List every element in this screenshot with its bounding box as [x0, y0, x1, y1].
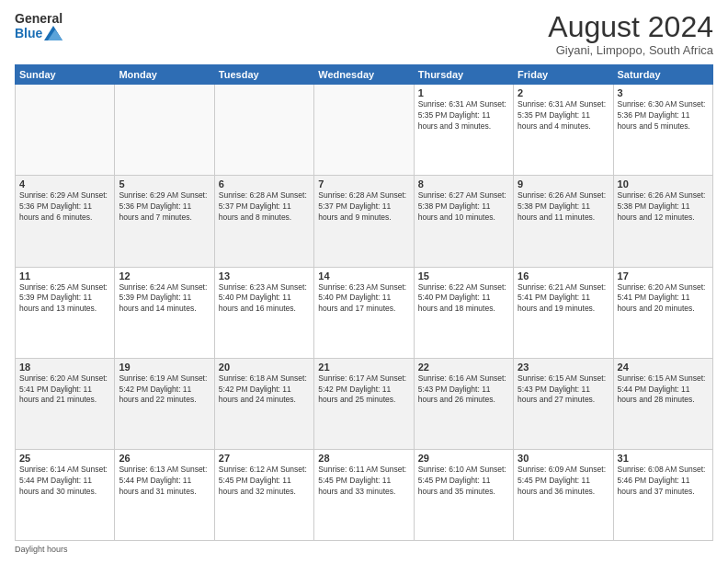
day-number: 15 [418, 270, 509, 282]
day-number: 31 [618, 453, 709, 464]
day-info: Sunrise: 6:26 AM Sunset: 5:38 PM Dayligh… [618, 190, 709, 224]
calendar-cell [314, 85, 414, 176]
calendar-cell [16, 85, 115, 176]
calendar-cell: 14Sunrise: 6:23 AM Sunset: 5:40 PM Dayli… [314, 267, 414, 358]
logo-icon [44, 26, 63, 40]
calendar-cell: 29Sunrise: 6:10 AM Sunset: 5:45 PM Dayli… [414, 449, 513, 540]
day-info: Sunrise: 6:17 AM Sunset: 5:42 PM Dayligh… [318, 373, 409, 407]
day-header-thursday: Thursday [414, 65, 513, 85]
day-info: Sunrise: 6:08 AM Sunset: 5:46 PM Dayligh… [618, 465, 709, 498]
calendar-cell: 4Sunrise: 6:29 AM Sunset: 5:36 PM Daylig… [16, 176, 115, 267]
day-info: Sunrise: 6:23 AM Sunset: 5:40 PM Dayligh… [219, 282, 310, 316]
day-info: Sunrise: 6:20 AM Sunset: 5:41 PM Dayligh… [19, 373, 110, 407]
day-info: Sunrise: 6:31 AM Sunset: 5:35 PM Dayligh… [518, 99, 609, 132]
day-number: 19 [119, 362, 210, 373]
calendar-cell: 16Sunrise: 6:21 AM Sunset: 5:41 PM Dayli… [514, 267, 613, 358]
calendar-cell: 27Sunrise: 6:12 AM Sunset: 5:45 PM Dayli… [214, 449, 313, 540]
calendar-cell: 19Sunrise: 6:19 AM Sunset: 5:42 PM Dayli… [115, 358, 214, 449]
calendar-cell: 3Sunrise: 6:30 AM Sunset: 5:36 PM Daylig… [613, 85, 712, 176]
day-header-tuesday: Tuesday [214, 65, 313, 85]
day-info: Sunrise: 6:15 AM Sunset: 5:43 PM Dayligh… [518, 373, 609, 407]
day-number: 2 [518, 87, 609, 98]
day-info: Sunrise: 6:23 AM Sunset: 5:40 PM Dayligh… [318, 282, 409, 316]
day-info: Sunrise: 6:30 AM Sunset: 5:36 PM Dayligh… [618, 99, 709, 132]
day-number: 27 [219, 453, 310, 464]
day-info: Sunrise: 6:21 AM Sunset: 5:41 PM Dayligh… [518, 282, 609, 316]
day-number: 6 [219, 178, 310, 190]
day-number: 22 [418, 362, 509, 373]
day-info: Sunrise: 6:11 AM Sunset: 5:45 PM Dayligh… [318, 465, 409, 498]
day-info: Sunrise: 6:20 AM Sunset: 5:41 PM Dayligh… [618, 282, 709, 316]
day-number: 29 [418, 453, 509, 464]
day-info: Sunrise: 6:18 AM Sunset: 5:42 PM Dayligh… [219, 373, 310, 407]
calendar-cell: 9Sunrise: 6:26 AM Sunset: 5:38 PM Daylig… [514, 176, 613, 267]
day-info: Sunrise: 6:10 AM Sunset: 5:45 PM Dayligh… [418, 465, 509, 498]
calendar-cell: 5Sunrise: 6:29 AM Sunset: 5:36 PM Daylig… [115, 176, 214, 267]
day-header-saturday: Saturday [613, 65, 712, 85]
calendar-cell [115, 85, 214, 176]
day-number: 8 [418, 178, 509, 190]
calendar-cell: 31Sunrise: 6:08 AM Sunset: 5:46 PM Dayli… [613, 449, 712, 540]
logo-general: General [15, 11, 63, 26]
calendar-cell: 30Sunrise: 6:09 AM Sunset: 5:45 PM Dayli… [514, 449, 613, 540]
calendar-cell: 6Sunrise: 6:28 AM Sunset: 5:37 PM Daylig… [214, 176, 313, 267]
day-number: 17 [618, 270, 709, 282]
day-info: Sunrise: 6:15 AM Sunset: 5:44 PM Dayligh… [618, 373, 709, 407]
day-number: 13 [219, 270, 310, 282]
day-header-wednesday: Wednesday [314, 65, 414, 85]
day-number: 14 [318, 270, 409, 282]
day-number: 20 [219, 362, 310, 373]
day-info: Sunrise: 6:27 AM Sunset: 5:38 PM Dayligh… [418, 190, 509, 224]
day-number: 1 [418, 87, 509, 98]
day-info: Sunrise: 6:29 AM Sunset: 5:36 PM Dayligh… [19, 190, 110, 224]
logo: General Blue [15, 11, 63, 40]
day-info: Sunrise: 6:31 AM Sunset: 5:35 PM Dayligh… [418, 99, 509, 132]
day-info: Sunrise: 6:26 AM Sunset: 5:38 PM Dayligh… [518, 190, 609, 224]
day-number: 24 [618, 362, 709, 373]
footer-note: Daylight hours [15, 545, 713, 554]
calendar-cell: 1Sunrise: 6:31 AM Sunset: 5:35 PM Daylig… [414, 85, 513, 176]
day-info: Sunrise: 6:12 AM Sunset: 5:45 PM Dayligh… [219, 465, 310, 498]
day-info: Sunrise: 6:22 AM Sunset: 5:40 PM Dayligh… [418, 282, 509, 316]
logo-blue: Blue [15, 26, 42, 40]
day-number: 30 [518, 453, 609, 464]
calendar-cell: 7Sunrise: 6:28 AM Sunset: 5:37 PM Daylig… [314, 176, 414, 267]
day-number: 18 [19, 362, 110, 373]
day-number: 11 [19, 270, 110, 282]
day-info: Sunrise: 6:25 AM Sunset: 5:39 PM Dayligh… [19, 282, 110, 316]
day-number: 16 [518, 270, 609, 282]
day-number: 23 [518, 362, 609, 373]
calendar-cell: 8Sunrise: 6:27 AM Sunset: 5:38 PM Daylig… [414, 176, 513, 267]
day-number: 5 [119, 178, 210, 190]
calendar-cell: 10Sunrise: 6:26 AM Sunset: 5:38 PM Dayli… [613, 176, 712, 267]
calendar-cell: 13Sunrise: 6:23 AM Sunset: 5:40 PM Dayli… [214, 267, 313, 358]
calendar-cell: 15Sunrise: 6:22 AM Sunset: 5:40 PM Dayli… [414, 267, 513, 358]
calendar-cell: 26Sunrise: 6:13 AM Sunset: 5:44 PM Dayli… [115, 449, 214, 540]
calendar-cell: 22Sunrise: 6:16 AM Sunset: 5:43 PM Dayli… [414, 358, 513, 449]
day-info: Sunrise: 6:16 AM Sunset: 5:43 PM Dayligh… [418, 373, 509, 407]
day-number: 21 [318, 362, 409, 373]
day-info: Sunrise: 6:13 AM Sunset: 5:44 PM Dayligh… [119, 465, 210, 498]
day-number: 10 [618, 178, 709, 190]
calendar-cell [214, 85, 313, 176]
calendar-cell: 25Sunrise: 6:14 AM Sunset: 5:44 PM Dayli… [16, 449, 115, 540]
calendar-cell: 2Sunrise: 6:31 AM Sunset: 5:35 PM Daylig… [514, 85, 613, 176]
day-number: 7 [318, 178, 409, 190]
header: General Blue August 2024 Giyani, Limpopo… [15, 11, 713, 57]
day-info: Sunrise: 6:14 AM Sunset: 5:44 PM Dayligh… [19, 465, 110, 498]
day-number: 9 [518, 178, 609, 190]
calendar-cell: 12Sunrise: 6:24 AM Sunset: 5:39 PM Dayli… [115, 267, 214, 358]
day-info: Sunrise: 6:24 AM Sunset: 5:39 PM Dayligh… [119, 282, 210, 316]
calendar-cell: 24Sunrise: 6:15 AM Sunset: 5:44 PM Dayli… [613, 358, 712, 449]
day-number: 4 [19, 178, 110, 190]
calendar-cell: 21Sunrise: 6:17 AM Sunset: 5:42 PM Dayli… [314, 358, 414, 449]
day-info: Sunrise: 6:28 AM Sunset: 5:37 PM Dayligh… [318, 190, 409, 224]
day-header-sunday: Sunday [16, 65, 115, 85]
calendar-table: SundayMondayTuesdayWednesdayThursdayFrid… [15, 64, 713, 541]
title-block: August 2024 Giyani, Limpopo, South Afric… [548, 11, 713, 57]
calendar-cell: 17Sunrise: 6:20 AM Sunset: 5:41 PM Dayli… [613, 267, 712, 358]
calendar-cell: 11Sunrise: 6:25 AM Sunset: 5:39 PM Dayli… [16, 267, 115, 358]
day-header-monday: Monday [115, 65, 214, 85]
day-number: 26 [119, 453, 210, 464]
day-info: Sunrise: 6:29 AM Sunset: 5:36 PM Dayligh… [119, 190, 210, 224]
